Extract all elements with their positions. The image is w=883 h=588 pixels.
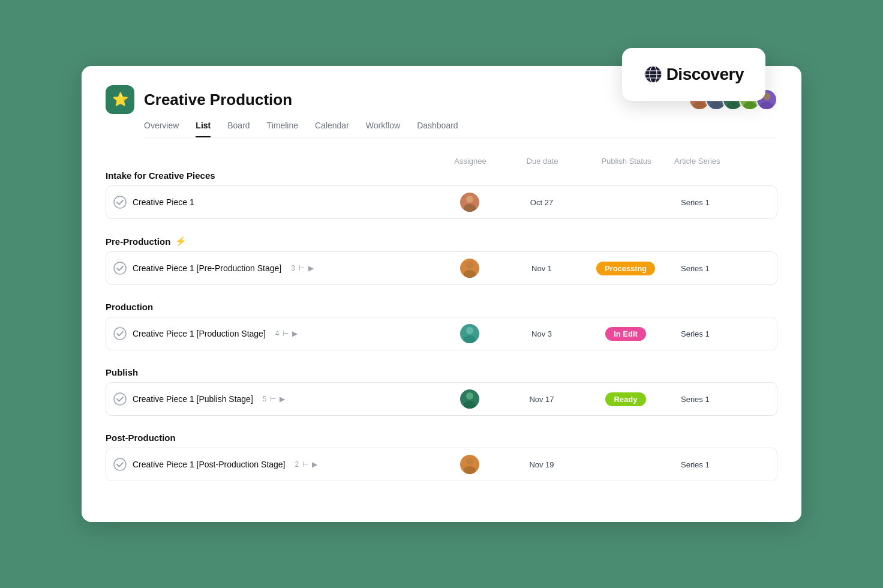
- meta-count: 5: [263, 395, 267, 403]
- due-date-cell: Nov 3: [506, 329, 578, 338]
- group-title-intake: Intake for Creative Pieces: [106, 170, 777, 181]
- svg-point-7: [693, 102, 705, 110]
- col-task-header: [113, 157, 434, 166]
- table-row[interactable]: Creative Piece 1 [Post-Production Stage]…: [106, 448, 777, 481]
- group-title-post-production: Post-Production: [106, 433, 777, 443]
- outer-wrapper: Discovery ⭐ Creative Production: [82, 66, 801, 522]
- task-name-cell: Creative Piece 1 [Post-Production Stage]…: [113, 458, 434, 471]
- status-badge: Ready: [605, 392, 645, 406]
- col-series-header: Article Series: [674, 157, 770, 166]
- series-cell: Series 1: [674, 395, 770, 404]
- group-name-post-production: Post-Production: [106, 433, 176, 443]
- svg-point-16: [114, 196, 126, 208]
- main-container: ⭐ Creative Production: [82, 66, 801, 522]
- tab-overview[interactable]: Overview: [144, 121, 179, 137]
- svg-point-22: [114, 328, 126, 340]
- due-date-cell: Nov 1: [506, 264, 578, 273]
- arrow-icon: ▶: [312, 460, 317, 469]
- lightning-icon: ⚡: [175, 236, 187, 247]
- arrow-icon: ▶: [308, 264, 314, 272]
- assignee-cell: [434, 324, 506, 343]
- group-production: Production Creative Piece 1 [Production …: [106, 302, 777, 350]
- status-cell: Ready: [578, 392, 674, 406]
- tab-workflow[interactable]: Workflow: [366, 121, 400, 137]
- subtask-icon: ⊢: [270, 395, 276, 403]
- meta-count: 2: [295, 460, 299, 469]
- assignee-cell: [434, 389, 506, 409]
- svg-point-21: [464, 270, 476, 278]
- svg-point-13: [743, 102, 756, 110]
- svg-point-11: [726, 102, 739, 110]
- arrow-icon: ▶: [292, 329, 298, 338]
- task-meta: 2 ⊢ ▶: [295, 460, 317, 469]
- col-status-header: Publish Status: [578, 157, 674, 166]
- col-assignee-header: Assignee: [434, 157, 506, 166]
- svg-point-23: [466, 327, 473, 334]
- svg-point-20: [466, 262, 473, 269]
- group-publish: Publish Creative Piece 1 [Publish Stage]…: [106, 367, 777, 416]
- avatar: [460, 389, 479, 409]
- check-icon: [113, 392, 127, 406]
- subtask-icon: ⊢: [302, 460, 308, 469]
- meta-count: 3: [291, 264, 295, 272]
- app-icon: ⭐: [106, 85, 134, 114]
- svg-point-30: [464, 466, 476, 474]
- table-row[interactable]: Creative Piece 1 [Publish Stage] 5 ⊢ ▶ N…: [106, 382, 777, 416]
- arrow-icon: ▶: [280, 395, 285, 403]
- task-name: Creative Piece 1 [Pre-Production Stage]: [133, 263, 281, 273]
- table-row[interactable]: Creative Piece 1 [Pre-Production Stage] …: [106, 251, 777, 285]
- tab-dashboard[interactable]: Dashboard: [417, 121, 458, 137]
- avatar: [460, 455, 479, 474]
- group-post-production: Post-Production Creative Piece 1 [Post-P…: [106, 433, 777, 481]
- project-title: Creative Production: [144, 91, 292, 109]
- check-icon: [113, 327, 127, 340]
- subtask-icon: ⊢: [283, 329, 289, 338]
- tab-calendar[interactable]: Calendar: [315, 121, 349, 137]
- tab-timeline[interactable]: Timeline: [267, 121, 298, 137]
- due-date-cell: Oct 27: [506, 198, 578, 207]
- check-icon: [113, 196, 127, 209]
- svg-point-19: [114, 262, 126, 274]
- svg-point-17: [466, 196, 473, 203]
- svg-point-18: [464, 204, 476, 212]
- svg-point-29: [466, 458, 473, 465]
- header-left: ⭐ Creative Production: [106, 85, 292, 114]
- table-row[interactable]: Creative Piece 1 [Production Stage] 4 ⊢ …: [106, 317, 777, 350]
- task-name-cell: Creative Piece 1 [Publish Stage] 5 ⊢ ▶: [113, 392, 434, 406]
- table-section: Assignee Due date Publish Status Article…: [106, 157, 777, 481]
- series-cell: Series 1: [674, 264, 770, 273]
- task-name-cell: Creative Piece 1 [Pre-Production Stage] …: [113, 262, 434, 275]
- due-date-cell: Nov 19: [506, 460, 578, 469]
- meta-count: 4: [275, 329, 280, 338]
- svg-point-9: [710, 102, 722, 110]
- assignee-cell: [434, 259, 506, 278]
- group-name-production: Production: [106, 302, 153, 312]
- svg-point-28: [114, 458, 126, 470]
- group-pre-production: Pre-Production ⚡ Creative Piece 1 [Pre-P…: [106, 236, 777, 285]
- discovery-label: Discovery: [666, 65, 744, 84]
- discovery-logo: Discovery: [644, 65, 744, 84]
- tab-list[interactable]: List: [196, 121, 211, 137]
- group-intake: Intake for Creative Pieces Creative Piec…: [106, 170, 777, 219]
- status-badge: Processing: [596, 262, 655, 275]
- svg-point-26: [466, 392, 473, 400]
- avatar: [460, 324, 479, 343]
- series-cell: Series 1: [674, 198, 770, 207]
- task-name: Creative Piece 1: [133, 197, 194, 207]
- table-row[interactable]: Creative Piece 1 Oct 27 Series 1: [106, 185, 777, 219]
- task-meta: 4 ⊢ ▶: [275, 329, 298, 338]
- group-title-pre-production: Pre-Production ⚡: [106, 236, 777, 247]
- tab-board[interactable]: Board: [227, 121, 250, 137]
- svg-point-27: [464, 401, 476, 409]
- nav-tabs: Overview List Board Timeline Calendar Wo…: [144, 120, 777, 137]
- discovery-globe-icon: [644, 65, 663, 84]
- assignee-cell: [434, 193, 506, 212]
- status-cell: In Edit: [578, 327, 674, 341]
- svg-point-15: [760, 102, 773, 110]
- status-badge: In Edit: [605, 327, 646, 341]
- group-name-intake: Intake for Creative Pieces: [106, 170, 215, 181]
- assignee-cell: [434, 455, 506, 474]
- task-name-cell: Creative Piece 1 [Production Stage] 4 ⊢ …: [113, 327, 434, 340]
- series-cell: Series 1: [674, 329, 770, 338]
- check-icon: [113, 458, 127, 471]
